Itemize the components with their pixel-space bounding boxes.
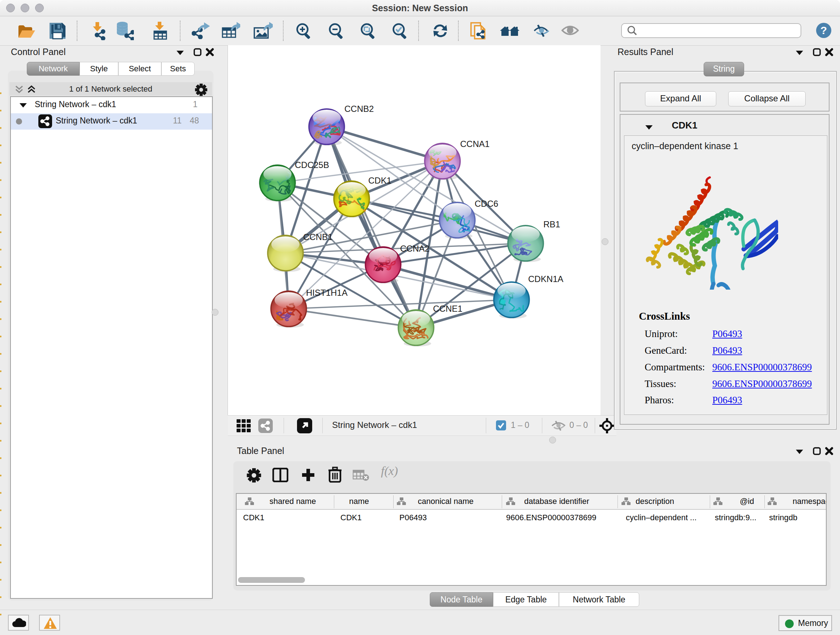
svg-text:CCNE1: CCNE1 [433, 304, 462, 314]
svg-text:CCNB1: CCNB1 [303, 232, 332, 242]
svg-text:CCNB2: CCNB2 [344, 104, 374, 114]
svg-text:CDK1: CDK1 [368, 176, 392, 185]
svg-text:CDKN1A: CDKN1A [528, 274, 563, 284]
svg-text:CCNA1: CCNA1 [460, 139, 489, 149]
svg-text:CDC6: CDC6 [475, 199, 498, 209]
svg-text:HIST1H1A: HIST1H1A [306, 288, 347, 298]
svg-text:RB1: RB1 [543, 219, 561, 229]
svg-text:CDC25B: CDC25B [295, 160, 329, 170]
svg-text:CCNA2: CCNA2 [400, 244, 429, 253]
